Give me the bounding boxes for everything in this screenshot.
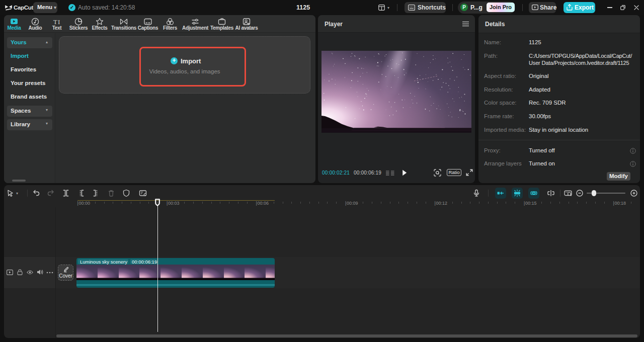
svg-text:T: T [53,18,57,26]
svg-text:I: I [58,18,60,26]
